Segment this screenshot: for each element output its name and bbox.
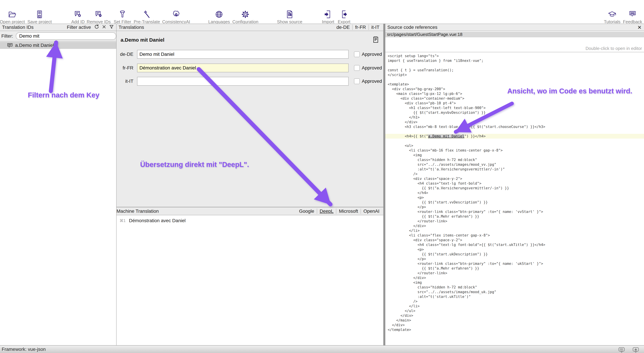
configuration-button[interactable]: Configuration: [232, 10, 258, 25]
document-eye-icon: [277, 10, 302, 19]
approved-checkbox-it[interactable]: [354, 78, 360, 84]
bubble-minus-icon: [86, 10, 111, 19]
translation-ids-header: Translation IDs Filter active: [0, 24, 116, 31]
speech-bubble-icon: [623, 10, 642, 19]
main-toolbar: Open project Save project Add ID Remove …: [0, 0, 644, 24]
pre-translate-button[interactable]: Pre-Translate: [134, 10, 160, 25]
language-label-fr: fr-FR: [116, 65, 134, 71]
translations-header: Translations de-DE fr-FR it-IT: [116, 24, 383, 31]
panel-divider-right[interactable]: [383, 24, 385, 345]
open-in-editor-hint: Double-click to open in editor: [586, 46, 642, 51]
tab-de-DE[interactable]: de-DE: [334, 25, 352, 30]
source-reference-item[interactable]: src/pages/start/GuestStartPage.vue:18: [385, 32, 644, 37]
consistency-ai-button[interactable]: ConsistencyAI: [162, 10, 190, 25]
remove-ids-button[interactable]: Remove IDs: [86, 10, 111, 25]
app-window: b babel-edit.babel Open project Save pro…: [0, 0, 644, 353]
filter-input[interactable]: [16, 32, 116, 40]
translation-id-list-item[interactable]: a.Demo mit Daniel: [0, 42, 116, 49]
open-project-button[interactable]: Open project: [0, 10, 25, 25]
approved-checkbox-de[interactable]: [354, 52, 360, 57]
status-bar: Framework: vue-json: [0, 345, 644, 353]
mt-shortcut-badge: ⌘1: [120, 218, 126, 223]
bubble-plus-icon: [71, 10, 85, 19]
translation-id-label: a.Demo mit Daniel: [15, 43, 54, 48]
filter-row: Filter:: [0, 31, 116, 42]
machine-translation-panel: ⌘1 Démonstration avec Daniel: [116, 216, 383, 345]
translations-title: Translations: [118, 25, 144, 30]
show-source-button[interactable]: Show source: [277, 10, 302, 25]
source-references-header: Source code references ✕: [385, 24, 644, 31]
code-lines[interactable]: <script setup lang="ts">import { useTran…: [385, 54, 644, 332]
page-arrow-out-icon: [338, 10, 350, 19]
translation-row-it: it-IT Approved: [116, 77, 383, 86]
tab-fr-FR[interactable]: fr-FR: [352, 25, 368, 30]
translation-key-heading: a.Demo mit Daniel: [120, 37, 164, 43]
mt-suggestion-row[interactable]: ⌘1 Démonstration avec Daniel: [120, 218, 186, 223]
tab-openai[interactable]: OpenAI: [360, 209, 382, 214]
set-filter-button[interactable]: Set Filter: [114, 10, 131, 25]
feedback-button[interactable]: Feedback: [623, 10, 642, 25]
source-references-panel: src/pages/start/GuestStartPage.vue:18 Do…: [385, 31, 644, 345]
translation-input-it[interactable]: [137, 77, 348, 86]
filter-label: Filter:: [1, 33, 13, 39]
floppy-disk-icon: [28, 10, 52, 19]
approved-label-de: Approved: [362, 52, 382, 57]
highlighted-translation-key: a.Demo mit Daniel: [428, 134, 464, 138]
code-divider: [385, 52, 644, 52]
clear-filter-icon[interactable]: [102, 25, 106, 30]
language-label-it: it-IT: [116, 79, 134, 84]
language-tabs: de-DE fr-FR it-IT: [334, 24, 382, 31]
save-project-button[interactable]: Save project: [28, 10, 52, 25]
framework-label: Framework: vue-json: [2, 346, 46, 352]
star-bubble-icon[interactable]: [632, 346, 639, 353]
approved-checkbox-fr[interactable]: [354, 65, 360, 71]
add-id-button[interactable]: Add ID: [71, 10, 85, 25]
tab-it-IT[interactable]: it-IT: [368, 25, 382, 30]
translation-ids-title: Translation IDs: [2, 25, 34, 30]
approved-label-fr: Approved: [362, 65, 382, 71]
approved-label-it: Approved: [362, 79, 382, 84]
waves-bubble-icon[interactable]: [618, 346, 625, 353]
tab-google[interactable]: Google: [296, 209, 317, 214]
translation-input-de[interactable]: [137, 50, 348, 59]
refresh-icon[interactable]: [94, 24, 99, 31]
export-button[interactable]: Export: [338, 10, 350, 25]
close-panel-icon[interactable]: ✕: [638, 25, 642, 30]
machine-translation-header: Machine Translation Google DeepL Microso…: [116, 207, 383, 215]
notes-icon[interactable]: [372, 36, 380, 44]
translation-ids-panel: Filter: a.Demo mit Daniel: [0, 31, 116, 345]
filter-active-label: Filter active: [67, 25, 91, 30]
gear-icon: [232, 10, 258, 19]
machine-translation-title: Machine Translation: [116, 209, 159, 214]
page-arrow-in-icon: [322, 10, 334, 19]
tab-deepl[interactable]: DeepL: [317, 209, 336, 214]
mt-provider-tabs: Google DeepL Microsoft OpenAI: [296, 207, 382, 215]
translation-row-de: de-DE Approved: [116, 50, 383, 59]
import-button[interactable]: Import: [322, 10, 334, 25]
source-references-title: Source code references: [387, 25, 437, 30]
panel-divider-left[interactable]: [116, 24, 116, 345]
globe-icon: [208, 10, 230, 19]
filter-funnel-icon[interactable]: [109, 25, 114, 30]
tab-microsoft[interactable]: Microsoft: [336, 209, 360, 214]
brain-check-icon: [162, 10, 190, 19]
comment-bubble-icon: [7, 43, 13, 48]
magic-wand-icon: [134, 10, 160, 19]
graduation-cap-icon: [604, 10, 620, 19]
translation-row-fr: fr-FR Approved: [116, 64, 383, 72]
tutorials-button[interactable]: Tutorials: [604, 10, 620, 25]
language-label-de: de-DE: [116, 52, 134, 57]
translation-input-fr[interactable]: [137, 64, 348, 72]
open-folder-icon: [0, 10, 25, 19]
translations-panel: a.Demo mit Daniel de-DE Approved fr-FR A…: [116, 31, 383, 207]
source-reference-path: src/pages/start/GuestStartPage.vue:18: [387, 32, 462, 37]
mt-suggestion-text: Démonstration avec Daniel: [129, 218, 186, 223]
languages-button[interactable]: Languages: [208, 10, 230, 25]
funnel-icon: [114, 10, 131, 19]
